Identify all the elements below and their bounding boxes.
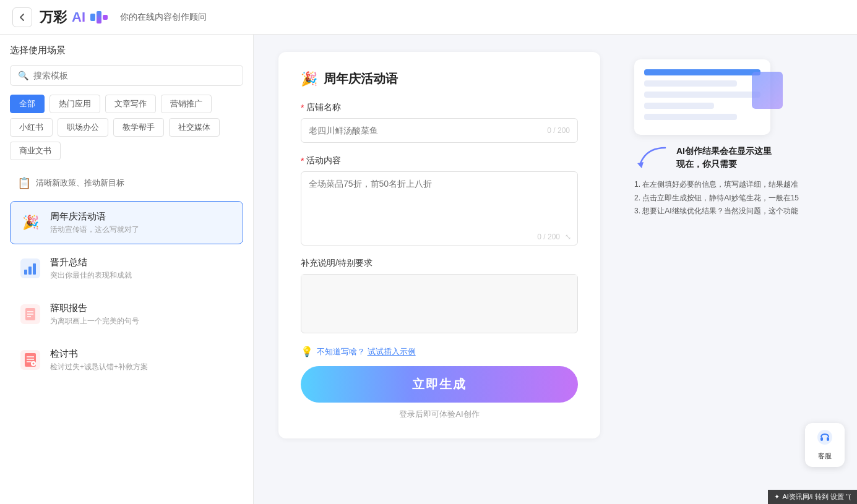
store-name-label: * 店铺名称 xyxy=(301,102,578,113)
svg-rect-0 xyxy=(90,14,95,21)
review-title: 检讨书 xyxy=(50,348,148,360)
resize-icon: ⤡ xyxy=(565,233,571,241)
tag-teaching[interactable]: 教学帮手 xyxy=(113,118,164,137)
illus-line-2 xyxy=(644,80,737,87)
illus-decorative-block xyxy=(752,72,783,109)
cs-icon xyxy=(817,429,833,449)
svg-rect-23 xyxy=(827,437,829,441)
form-title: 周年庆活动语 xyxy=(324,70,398,87)
tag-article[interactable]: 文章写作 xyxy=(105,95,156,113)
activity-textarea[interactable] xyxy=(301,172,577,228)
anniversary-icon: 🎉 xyxy=(18,210,43,235)
anniversary-desc: 活动宣传语，这么写就对了 xyxy=(50,224,139,235)
tag-social[interactable]: 社交媒体 xyxy=(169,118,220,137)
illustration-card xyxy=(634,59,770,135)
sidebar-title: 选择使用场景 xyxy=(10,45,243,56)
svg-rect-22 xyxy=(820,437,823,441)
form-card: 🎉 周年庆活动语 * 店铺名称 0 / 200 * xyxy=(278,52,600,438)
steps-text: 1. 在左侧填好必要的信息，填写越详细，结果越准 2. 点击立即生成按钮，静待A… xyxy=(634,178,820,218)
tag-hot[interactable]: 热门应用 xyxy=(50,95,100,113)
supplement-textarea-wrapper xyxy=(301,274,578,333)
svg-point-21 xyxy=(817,430,832,445)
watermark-suffix: 转到 设置 "( xyxy=(815,492,851,502)
promo-item: 📋 清晰新政策、推动新目标 xyxy=(10,170,243,196)
illus-line-5 xyxy=(644,114,737,120)
watermark-text: AI资讯网/i xyxy=(782,492,812,502)
form-header: 🎉 周年庆活动语 xyxy=(301,70,578,87)
hint-text: 不知道写啥？ 试试插入示例 xyxy=(317,346,416,357)
hint-icon: 💡 xyxy=(301,346,313,357)
hint-row[interactable]: 💡 不知道写啥？ 试试插入示例 xyxy=(301,346,578,357)
cs-label: 客服 xyxy=(818,451,832,461)
search-input[interactable] xyxy=(33,70,235,80)
logo-ai-text: AI xyxy=(72,9,85,25)
supplement-label: 补充说明/特别要求 xyxy=(301,258,578,269)
list-item-anniversary[interactable]: 🎉 周年庆活动语 活动宣传语，这么写就对了 xyxy=(10,201,243,244)
logo-text: 万彩 xyxy=(40,8,67,27)
arrow-annotation: AI创作结果会在显示这里 现在，你只需要 xyxy=(634,145,820,171)
svg-rect-4 xyxy=(24,270,27,275)
list-item-review[interactable]: 检讨书 检讨过失+诚恳认错+补救方案 xyxy=(10,338,243,382)
activity-textarea-wrapper: 0 / 200 ⤡ xyxy=(301,171,578,246)
store-name-char-count: 0 / 200 xyxy=(547,126,570,135)
activity-char-count: 0 / 200 xyxy=(537,233,560,241)
store-name-input-wrapper: 0 / 200 xyxy=(301,118,578,143)
tag-xiaohongshu[interactable]: 小红书 xyxy=(10,118,53,137)
back-button[interactable] xyxy=(12,7,32,27)
promotion-desc: 突出你最佳的表现和成就 xyxy=(50,270,132,281)
field-activity-content: * 活动内容 0 / 200 ⤡ xyxy=(301,155,578,246)
tag-business[interactable]: 商业文书 xyxy=(10,142,61,160)
login-hint: 登录后即可体验AI创作 xyxy=(301,409,578,420)
list-item-resignation[interactable]: 辞职报告 为离职画上一个完美的句号 xyxy=(10,293,243,336)
generate-button[interactable]: 立即生成 xyxy=(301,366,578,403)
header: 万彩 AI 你的在线内容创作顾问 xyxy=(0,0,857,35)
svg-rect-5 xyxy=(28,267,32,275)
tag-office[interactable]: 职场办公 xyxy=(58,118,108,137)
review-desc: 检讨过失+诚恳认错+补救方案 xyxy=(50,362,148,372)
review-icon xyxy=(18,348,43,372)
promo-icon: 📋 xyxy=(17,176,31,190)
arrow-icon xyxy=(634,145,671,169)
svg-rect-1 xyxy=(97,11,101,23)
anniversary-title: 周年庆活动语 xyxy=(50,211,139,223)
promotion-icon xyxy=(18,256,43,281)
resignation-icon xyxy=(18,302,43,327)
category-tags: 全部 热门应用 文章写作 营销推广 小红书 职场办公 教学帮手 社交媒体 商业文… xyxy=(10,95,243,160)
svg-rect-6 xyxy=(33,263,36,275)
tag-all[interactable]: 全部 xyxy=(10,95,45,113)
store-name-input[interactable] xyxy=(309,119,547,142)
tag-marketing[interactable]: 营销推广 xyxy=(161,95,212,113)
field-store-name: * 店铺名称 0 / 200 xyxy=(301,102,578,143)
search-box[interactable]: 🔍 xyxy=(10,65,243,86)
promotion-title: 晋升总结 xyxy=(50,257,132,268)
form-title-icon: 🎉 xyxy=(301,71,317,87)
sidebar: 选择使用场景 🔍 全部 热门应用 文章写作 营销推广 小红书 职场办公 教学帮手… xyxy=(0,35,254,504)
header-subtitle: 你的在线内容创作顾问 xyxy=(120,12,207,23)
list-item-promotion[interactable]: 晋升总结 突出你最佳的表现和成就 xyxy=(10,247,243,290)
watermark-icon: ✦ xyxy=(774,493,780,501)
illus-line-3 xyxy=(644,92,760,98)
logo-icon xyxy=(90,11,108,23)
illus-line-4 xyxy=(644,103,714,109)
activity-label: * 活动内容 xyxy=(301,155,578,166)
annotation-title: AI创作结果会在显示这里 现在，你只需要 xyxy=(676,145,772,171)
content-area: 🎉 周年庆活动语 * 店铺名称 0 / 200 * xyxy=(254,35,857,504)
resignation-title: 辞职报告 xyxy=(50,302,139,314)
field-supplement: 补充说明/特别要求 xyxy=(301,258,578,333)
customer-service-button[interactable]: 客服 xyxy=(805,423,845,467)
illustration-area: AI创作结果会在显示这里 现在，你只需要 1. 在左侧填好必要的信息，填写越详细… xyxy=(634,59,820,218)
search-icon: 🔍 xyxy=(18,70,28,80)
illus-line-1 xyxy=(644,69,760,75)
resignation-desc: 为离职画上一个完美的句号 xyxy=(50,316,139,327)
promo-text: 清晰新政策、推动新目标 xyxy=(36,177,124,189)
main-layout: 选择使用场景 🔍 全部 热门应用 文章写作 营销推广 小红书 职场办公 教学帮手… xyxy=(0,35,857,504)
svg-marker-20 xyxy=(637,162,644,168)
required-mark: * xyxy=(301,103,304,113)
logo: 万彩 AI xyxy=(40,8,108,27)
ai-watermark: ✦ AI资讯网/i 转到 设置 "( xyxy=(768,490,857,504)
supplement-textarea[interactable] xyxy=(301,275,577,330)
svg-rect-2 xyxy=(103,15,108,20)
